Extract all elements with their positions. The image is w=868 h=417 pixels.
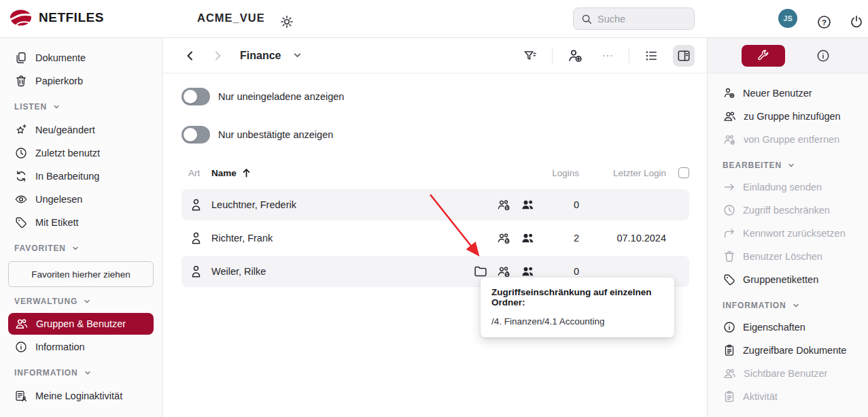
sidebar-item-label: Zuletzt benutzt xyxy=(35,148,100,159)
sidebar-item-dokumente[interactable]: Dokumente xyxy=(8,46,154,69)
section-header-bearbeiten[interactable]: BEARBEITEN xyxy=(723,155,863,176)
wrench-icon xyxy=(757,49,770,63)
nav-back-icon[interactable] xyxy=(180,46,201,66)
sidebar-item-label: Papierkorb xyxy=(35,76,83,86)
sidebar-item-zuletzt-benutzt[interactable]: Zuletzt benutzt xyxy=(8,141,154,165)
section-header-information-right[interactable]: INFORMATION xyxy=(723,295,863,316)
breadcrumb-chevron-down-icon[interactable] xyxy=(289,47,306,64)
right-panel-tabs xyxy=(708,38,868,73)
chevron-down-icon xyxy=(52,103,60,111)
table-row-leuchtner[interactable]: Leuchtner, Frederik xyxy=(181,189,689,220)
section-header-verwaltung[interactable]: VERWALTUNG xyxy=(14,291,154,312)
add-user-icon[interactable] xyxy=(563,44,587,67)
users-icon xyxy=(723,110,737,124)
action-label: Zugriff beschränken xyxy=(743,205,830,216)
panel-view-icon[interactable] xyxy=(673,45,695,67)
users-minus-icon xyxy=(723,133,737,147)
toggle-row-uneingeladene: Nur uneingeladene anzeigen xyxy=(181,87,689,106)
dataroom-title: ACME_VUE xyxy=(197,12,265,24)
logout-power-icon[interactable] xyxy=(846,11,867,33)
more-options-icon[interactable] xyxy=(597,46,618,66)
action-eigenschaften[interactable]: Eigenschaften xyxy=(723,316,863,339)
sidebar-item-label: Dokumente xyxy=(35,52,86,63)
sidebar-item-label: Meine Loginaktivität xyxy=(35,390,122,401)
folder-restriction-icon[interactable] xyxy=(473,264,488,279)
action-label: Neuer Benutzer xyxy=(743,88,812,99)
sidebar-item-label: Gruppen & Benutzer xyxy=(36,318,126,329)
info-icon xyxy=(816,48,831,63)
sidebar-item-gruppen-benutzer[interactable]: Gruppen & Benutzer xyxy=(8,313,154,335)
toolbar-divider xyxy=(552,48,553,63)
section-header-information-left[interactable]: INFORMATION xyxy=(14,363,154,383)
section-header-listen[interactable]: LISTEN xyxy=(14,97,154,117)
sidebar-item-information[interactable]: Information xyxy=(8,335,154,358)
action-zugriff-beschraenken: Zugriff beschränken xyxy=(723,199,863,222)
breadcrumb-current[interactable]: Finance xyxy=(240,50,281,62)
brand-logo[interactable]: NETFILES xyxy=(10,9,104,27)
users-minus-icon[interactable] xyxy=(496,231,512,246)
table-header: Art Name Logins Letzter Login xyxy=(181,163,689,182)
chevron-down-icon xyxy=(787,161,795,169)
action-zu-gruppe-hinzufuegen[interactable]: zu Gruppe hinzufügen xyxy=(723,105,863,128)
action-label: Benutzer Löschen xyxy=(743,251,822,262)
users-filled-icon[interactable] xyxy=(520,197,536,213)
section-header-favoriten[interactable]: FAVORITEN xyxy=(14,238,154,258)
main-toolbar: Finance xyxy=(162,38,707,73)
tab-info[interactable] xyxy=(812,45,834,67)
sidebar-item-in-bearbeitung[interactable]: In Bearbeitung xyxy=(8,165,154,188)
user-name: Weiler, Rilke xyxy=(211,266,465,277)
sync-icon xyxy=(14,169,28,183)
action-zugreifbare-dokumente[interactable]: Zugreifbare Dokumente xyxy=(723,339,863,362)
section-title: BEARBEITEN xyxy=(723,161,782,170)
users-filled-icon[interactable] xyxy=(520,231,536,246)
users-minus-icon[interactable] xyxy=(496,197,512,213)
settings-gear-icon[interactable] xyxy=(276,11,298,33)
table-row-richter[interactable]: Richter, Frank xyxy=(181,222,689,254)
nav-forward-icon[interactable] xyxy=(207,46,228,66)
search-input[interactable] xyxy=(597,14,679,24)
person-icon xyxy=(181,264,211,280)
clipboard-icon xyxy=(723,344,736,357)
right-sidebar: Neuer Benutzer zu Gruppe hinzufügen xyxy=(707,38,868,417)
user-add-icon xyxy=(723,86,736,100)
action-label: Eigenschaften xyxy=(743,322,805,333)
chevron-down-icon xyxy=(83,297,91,305)
toggle-nur-unbestaetigte[interactable] xyxy=(181,126,210,144)
col-header-name-label: Name xyxy=(211,168,237,178)
col-header-art: Art xyxy=(181,168,211,178)
action-label: Sichtbare Benutzer xyxy=(744,368,827,379)
left-sidebar: Dokumente Papierkorb LISTEN xyxy=(0,38,162,417)
sidebar-item-ungelesen[interactable]: Ungelesen xyxy=(8,188,154,211)
netfiles-logo-icon xyxy=(10,9,33,27)
favorites-dropzone[interactable]: Favoriten hierher ziehen xyxy=(8,261,154,287)
help-icon[interactable]: ? xyxy=(813,11,835,33)
top-bar: NETFILES ACME_VUE JS ? xyxy=(0,0,868,38)
last-login-date: 07.10.2024 xyxy=(587,233,669,244)
logins-count: 2 xyxy=(540,233,587,244)
select-all-checkbox[interactable] xyxy=(678,167,689,178)
sidebar-item-neu-geaendert[interactable]: Neu/geändert xyxy=(8,118,154,141)
sidebar-item-label: Mit Etikett xyxy=(35,217,79,228)
action-von-gruppe-entfernen: von Gruppe entfernen xyxy=(723,128,863,151)
person-icon xyxy=(181,231,211,246)
sidebar-item-meine-loginaktivitaet[interactable]: Meine Loginaktivität xyxy=(8,384,154,407)
users-icon xyxy=(723,367,737,381)
dropzone-label: Favoriten hierher ziehen xyxy=(31,269,131,280)
list-view-icon[interactable] xyxy=(640,45,662,67)
user-avatar[interactable]: JS xyxy=(778,9,797,28)
action-gruppenetiketten[interactable]: Gruppenetiketten xyxy=(723,268,863,291)
sidebar-item-papierkorb[interactable]: Papierkorb xyxy=(8,69,154,93)
clock-icon xyxy=(723,203,736,217)
toggle-nur-uneingeladene[interactable] xyxy=(181,88,210,105)
tab-actions-wrench[interactable] xyxy=(742,45,785,67)
col-header-logins: Logins xyxy=(540,168,587,178)
users-icon xyxy=(14,317,29,331)
col-header-name[interactable]: Name xyxy=(211,167,465,178)
sidebar-item-mit-etikett[interactable]: Mit Etikett xyxy=(8,211,154,234)
search-box[interactable] xyxy=(573,7,695,30)
section-title: LISTEN xyxy=(14,102,47,112)
filter-icon[interactable] xyxy=(519,45,541,67)
tooltip-folder-path: /4. Finanzen/4.1 Accounting xyxy=(491,316,663,327)
action-neuer-benutzer[interactable]: Neuer Benutzer xyxy=(723,82,863,105)
chevron-down-icon xyxy=(84,369,92,377)
